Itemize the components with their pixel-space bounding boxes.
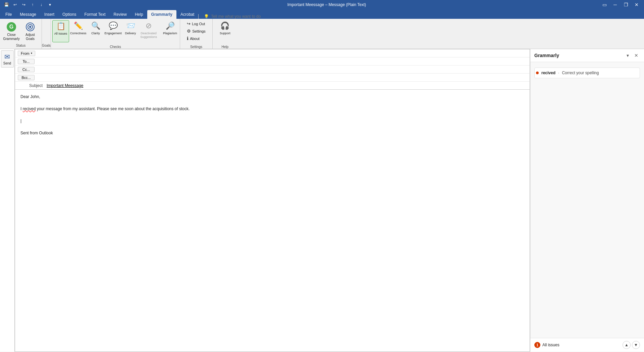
checks-buttons: 📋 All Issues ✏️ Correctness 🔍 Clarity 💬 …: [52, 20, 178, 44]
all-issues-icon: 📋: [56, 22, 65, 31]
subject-input[interactable]: [45, 82, 530, 89]
ribbon-group-support: 🎧 Support Help: [213, 19, 237, 49]
adjust-goals-icon: [25, 21, 36, 32]
cc-btn[interactable]: Cc...: [18, 67, 35, 72]
send-panel: ✉ Send: [0, 49, 15, 352]
grammarly-panel: Grammarly ▾ ✕ recived · Correct your spe…: [530, 49, 644, 352]
engagement-btn[interactable]: 💬 Engagement: [105, 20, 121, 42]
lightbulb-icon: 💡: [204, 14, 209, 19]
tab-help[interactable]: Help: [131, 10, 147, 19]
all-issues-btn[interactable]: 📋 All Issues: [52, 20, 69, 42]
support-btn[interactable]: 🎧 Support: [217, 20, 233, 42]
suggestion-dot: [536, 72, 539, 74]
subject-row: Subject: [15, 82, 530, 90]
up-qa-btn[interactable]: ↑: [29, 1, 36, 8]
grammarly-close-btn[interactable]: ✕: [633, 52, 640, 59]
window-controls: ▭ ─ ❐ ✕: [600, 1, 641, 8]
to-input[interactable]: [36, 58, 530, 65]
clarity-btn[interactable]: 🔍 Clarity: [87, 20, 104, 42]
main-layout: ✉ Send From ▾ To... Cc...: [0, 49, 644, 352]
status-group-content: G CloseGrammarly AdjustGoals: [3, 20, 39, 43]
plagiarism-btn[interactable]: 🔎 Plagiarism: [162, 20, 178, 42]
email-body[interactable]: Dear John, I recived your message from m…: [15, 90, 530, 351]
suggestion-item[interactable]: recived · Correct your spelling: [534, 68, 640, 78]
misspelled-word: recived: [23, 106, 36, 111]
settings-group-label: Settings: [184, 45, 208, 49]
tab-format-text[interactable]: Format Text: [80, 10, 109, 19]
logout-btn[interactable]: ↪ Log Out: [184, 20, 208, 27]
from-dropdown-btn[interactable]: From ▾: [18, 51, 35, 56]
tell-me-input[interactable]: [211, 14, 271, 19]
svg-text:G: G: [9, 24, 13, 30]
tell-me-area[interactable]: 💡: [198, 14, 277, 19]
from-input[interactable]: [37, 50, 530, 57]
cc-input[interactable]: [36, 66, 530, 73]
minimize-btn[interactable]: ─: [610, 1, 620, 8]
tab-grammarly[interactable]: Grammarly: [147, 10, 176, 19]
tab-review[interactable]: Review: [110, 10, 131, 19]
greeting-line: Dear John,: [20, 94, 524, 100]
plagiarism-icon: 🔎: [166, 21, 175, 30]
prev-issue-btn[interactable]: ▲: [623, 341, 631, 349]
grammarly-panel-header: Grammarly ▾ ✕: [530, 49, 644, 62]
subject-label: Subject: [15, 83, 45, 88]
to-btn[interactable]: To...: [18, 59, 35, 64]
deactivated-icon: ⊘: [146, 21, 152, 30]
ribbon-tab-bar: File Message Insert Options Format Text …: [0, 9, 644, 19]
send-icon: ✉: [4, 53, 10, 61]
save-qa-btn[interactable]: 💾: [3, 1, 10, 8]
quick-access-toolbar: 💾 ↩ ↪ ↑ ↓ ▾: [3, 1, 54, 8]
all-issues-label: All issues: [542, 343, 559, 347]
tab-message[interactable]: Message: [16, 10, 40, 19]
body-paragraph: I recived your message from my assistant…: [20, 106, 524, 112]
close-grammarly-icon: G: [6, 21, 17, 32]
grammarly-footer: 1 All issues ▲ ▼: [530, 338, 644, 352]
down-qa-btn[interactable]: ↓: [38, 1, 45, 8]
cursor-line: |: [20, 118, 524, 124]
window-title: Important Meessage – Message (Plain Text…: [54, 2, 600, 7]
support-icon: 🎧: [220, 21, 229, 30]
restore-btn[interactable]: ❐: [621, 1, 631, 8]
more-qa-btn[interactable]: ▾: [46, 1, 54, 8]
settings-buttons: ↪ Log Out ⚙ Settings ℹ About: [184, 20, 208, 44]
close-grammarly-btn[interactable]: G CloseGrammarly: [3, 20, 20, 42]
goals-group-label: Goals: [42, 44, 51, 47]
from-dropdown-arrow: ▾: [31, 52, 32, 55]
about-btn[interactable]: ℹ About: [184, 35, 208, 42]
grammarly-collapse-btn[interactable]: ▾: [624, 52, 631, 59]
bcc-row: Bcc...: [15, 74, 530, 82]
grammarly-header-controls: ▾ ✕: [624, 52, 640, 59]
settings-btn[interactable]: ⚙ Settings: [184, 28, 208, 35]
undo-qa-btn[interactable]: ↩: [11, 1, 19, 8]
delivery-icon: 📨: [126, 21, 135, 30]
next-issue-btn[interactable]: ▼: [632, 341, 640, 349]
grammarly-suggestions: recived · Correct your spelling: [530, 62, 644, 338]
bcc-btn[interactable]: Bcc...: [18, 75, 35, 80]
tab-options[interactable]: Options: [58, 10, 80, 19]
tab-acrobat[interactable]: Acrobat: [176, 10, 198, 19]
compose-wrapper: ✉ Send From ▾ To... Cc...: [0, 49, 530, 352]
issues-badge: 1: [534, 342, 540, 348]
redo-qa-btn[interactable]: ↪: [20, 1, 28, 8]
about-icon: ℹ: [187, 36, 189, 41]
signature-line: Sent from Outlook: [20, 130, 524, 136]
to-row: To...: [15, 57, 530, 65]
adjust-goals-btn[interactable]: AdjustGoals: [21, 20, 39, 42]
suggestion-word: recived: [541, 71, 555, 75]
title-bar-left: 💾 ↩ ↪ ↑ ↓ ▾: [3, 1, 54, 8]
body-content: Dear John, I recived your message from m…: [20, 94, 524, 136]
delivery-btn[interactable]: 📨 Delivery: [122, 20, 139, 42]
send-button[interactable]: ✉ Send: [1, 50, 14, 68]
ribbon-collapse-btn[interactable]: ▭: [600, 1, 609, 8]
tab-file[interactable]: File: [1, 10, 16, 19]
suggestion-text: Correct your spelling: [562, 71, 599, 75]
close-btn[interactable]: ✕: [632, 1, 641, 8]
all-issues-footer-btn[interactable]: 1 All issues: [534, 342, 559, 348]
deactivated-btn[interactable]: ⊘ DeactivatedSuggestions: [140, 20, 158, 42]
ribbon-group-checks: 📋 All Issues ✏️ Correctness 🔍 Clarity 💬 …: [51, 19, 180, 49]
tab-insert[interactable]: Insert: [40, 10, 58, 19]
bcc-input[interactable]: [36, 74, 530, 81]
status-group-label: Status: [16, 44, 25, 47]
correctness-btn[interactable]: ✏️ Correctness: [70, 20, 87, 42]
correctness-icon: ✏️: [74, 21, 83, 30]
